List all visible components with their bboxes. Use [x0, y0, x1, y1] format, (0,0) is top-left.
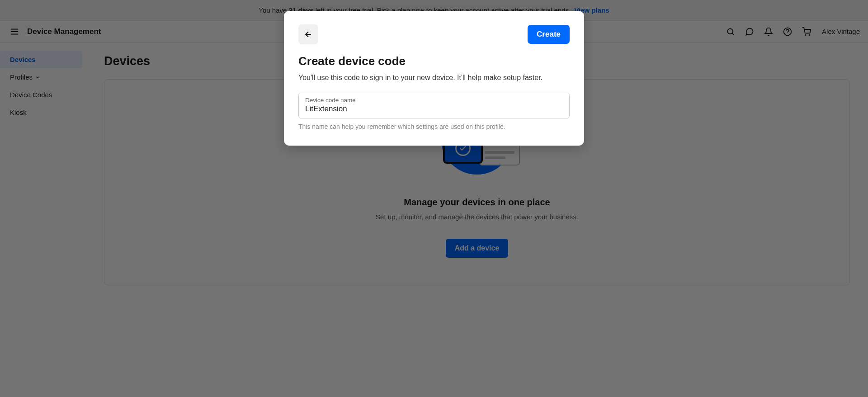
create-button[interactable]: Create [528, 25, 570, 44]
modal-title: Create device code [298, 54, 570, 68]
create-device-code-modal: Create Create device code You'll use thi… [284, 11, 584, 146]
arrow-left-icon [304, 30, 313, 39]
field-hint: This name can help you remember which se… [298, 123, 570, 130]
field-label: Device code name [305, 97, 563, 104]
device-code-name-field[interactable]: Device code name [298, 93, 570, 118]
modal-description: You'll use this code to sign in to your … [298, 74, 570, 82]
device-code-name-input[interactable] [305, 104, 563, 113]
back-button[interactable] [298, 24, 318, 44]
modal-overlay[interactable]: Create Create device code You'll use thi… [0, 0, 868, 397]
